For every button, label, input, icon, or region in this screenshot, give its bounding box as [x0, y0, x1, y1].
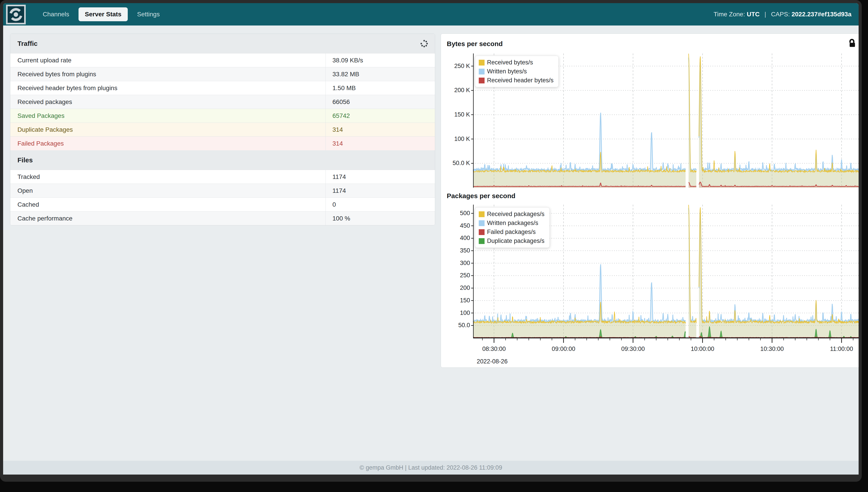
legend-label: Failed packages/s: [487, 228, 536, 236]
row-value: 0: [326, 198, 435, 211]
y-tick-label: 400: [446, 235, 470, 242]
y-tick-label: 250: [446, 272, 470, 279]
legend-label: Written bytes/s: [487, 68, 527, 75]
navbar: Channels Server Stats Settings Time Zone…: [3, 3, 859, 25]
table-row-open: Open1174: [10, 183, 435, 197]
legend-item-written-packages-s: Written packages/s: [479, 220, 545, 226]
packages-chart-title: Packages per second: [447, 192, 515, 200]
stats-table-card: TrafficCurrent upload rate38.09 KB/sRece…: [10, 33, 435, 225]
padlock-open-icon[interactable]: [847, 38, 857, 49]
x-tick-label: 10:00:00: [691, 346, 714, 352]
bytes-chart-title: Bytes per second: [447, 40, 503, 48]
row-label: Received bytes from plugins: [10, 67, 326, 81]
y-tick-label: 250 K: [446, 63, 470, 70]
table-row-cached: Cached0: [10, 197, 435, 211]
row-value: 1.50 MB: [326, 81, 435, 95]
row-label: Saved Packages: [10, 109, 326, 123]
legend-item-written-bytes-s: Written bytes/s: [479, 68, 553, 75]
row-value: 66056: [326, 95, 435, 109]
table-row-received-header-bytes-from-plugins: Received header bytes from plugins1.50 M…: [10, 81, 435, 95]
app-window: Channels Server Stats Settings Time Zone…: [0, 0, 862, 482]
row-label: Cache performance: [10, 212, 326, 225]
y-tick-label: 50.0 K: [446, 160, 470, 167]
spinner-dots-icon: [420, 39, 429, 48]
charts-panel: Bytes per second Packages per second 50.…: [441, 33, 862, 368]
footer: © gempa GmbH | Last updated: 2022-08-26 …: [3, 461, 859, 474]
section-title: Files: [18, 156, 33, 164]
row-label: Cached: [10, 198, 326, 211]
legend-swatch: [479, 220, 485, 226]
legend-label: Written packages/s: [487, 220, 538, 226]
x-tick-label: 11:00:00: [830, 346, 853, 352]
row-label: Current upload rate: [10, 53, 326, 67]
row-value: 1174: [326, 184, 435, 197]
row-value: 1174: [326, 170, 435, 183]
legend-swatch: [479, 78, 485, 83]
row-label: Tracked: [10, 170, 326, 183]
row-value: 100 %: [326, 212, 435, 225]
legend-item-failed-packages-s: Failed packages/s: [479, 228, 545, 236]
y-tick-label: 100: [446, 310, 470, 316]
legend-label: Received header bytes/s: [487, 77, 553, 84]
timezone-label: Time Zone:: [714, 11, 745, 18]
legend-item-received-packages-s: Received packages/s: [479, 211, 545, 218]
legend-label: Duplicate packages/s: [487, 238, 545, 244]
row-value: 33.82 MB: [326, 67, 435, 81]
info-divider: |: [765, 11, 766, 18]
tab-server-stats[interactable]: Server Stats: [78, 7, 127, 21]
x-axis-date-label: 2022-08-26: [477, 358, 508, 365]
table-row-tracked: Tracked1174: [10, 170, 435, 183]
row-value: 38.09 KB/s: [326, 53, 435, 67]
packages-chart-legend: Received packages/sWritten packages/sFai…: [475, 207, 550, 248]
caps-version-value: 2022.237#ef135d93a: [792, 11, 851, 18]
section-header-traffic: Traffic: [10, 34, 435, 53]
caps-logo-icon[interactable]: [6, 5, 26, 24]
y-tick-label: 500: [446, 210, 470, 217]
y-tick-label: 150 K: [446, 111, 470, 118]
y-tick-label: 100 K: [446, 136, 470, 143]
x-tick-label: 09:00:00: [552, 346, 575, 352]
server-info: Time Zone: UTC | CAPS: 2022.237#ef135d93…: [714, 11, 851, 18]
section-header-files: Files: [10, 150, 435, 170]
row-label: Failed Packages: [10, 137, 326, 150]
y-tick-label: 50.0: [446, 322, 470, 329]
tab-settings[interactable]: Settings: [131, 7, 166, 21]
timezone-value: UTC: [747, 11, 760, 18]
section-title: Traffic: [18, 40, 38, 47]
row-value: 314: [326, 123, 435, 137]
y-tick-label: 200: [446, 285, 470, 291]
row-label: Received packages: [10, 95, 326, 109]
x-tick-label: 10:30:00: [761, 346, 784, 352]
table-row-current-upload-rate: Current upload rate38.09 KB/s: [10, 53, 435, 67]
table-row-received-packages: Received packages66056: [10, 95, 435, 109]
legend-swatch: [479, 211, 485, 217]
row-label: Duplicate Packages: [10, 123, 326, 137]
legend-item-received-bytes-s: Received bytes/s: [479, 59, 553, 66]
legend-swatch: [479, 238, 485, 244]
footer-text: © gempa GmbH | Last updated: 2022-08-26 …: [360, 464, 502, 471]
y-tick-label: 200 K: [446, 87, 470, 94]
bytes-chart-legend: Received bytes/sWritten bytes/sReceived …: [475, 56, 559, 87]
legend-label: Received bytes/s: [487, 59, 533, 66]
y-tick-label: 350: [446, 247, 470, 254]
table-row-duplicate-packages: Duplicate Packages314: [10, 123, 435, 137]
y-tick-label: 450: [446, 222, 470, 229]
y-tick-label: 300: [446, 260, 470, 267]
legend-item-received-header-bytes-s: Received header bytes/s: [479, 77, 553, 84]
table-row-cache-performance: Cache performance100 %: [10, 211, 435, 225]
table-row-failed-packages: Failed Packages314: [10, 137, 435, 150]
y-tick-label: 150: [446, 297, 470, 304]
table-row-received-bytes-from-plugins: Received bytes from plugins33.82 MB: [10, 67, 435, 81]
legend-label: Received packages/s: [487, 211, 545, 218]
x-tick-label: 09:30:00: [621, 346, 645, 352]
table-row-saved-packages: Saved Packages65742: [10, 109, 435, 123]
row-label: Received header bytes from plugins: [10, 81, 326, 95]
row-value: 65742: [326, 109, 435, 123]
legend-item-duplicate-packages-s: Duplicate packages/s: [479, 238, 545, 244]
legend-swatch: [479, 69, 485, 74]
legend-swatch: [479, 229, 485, 235]
x-tick-label: 08:30:00: [482, 346, 506, 352]
row-label: Open: [10, 184, 326, 197]
row-value: 314: [326, 137, 435, 150]
tab-channels[interactable]: Channels: [37, 7, 75, 21]
